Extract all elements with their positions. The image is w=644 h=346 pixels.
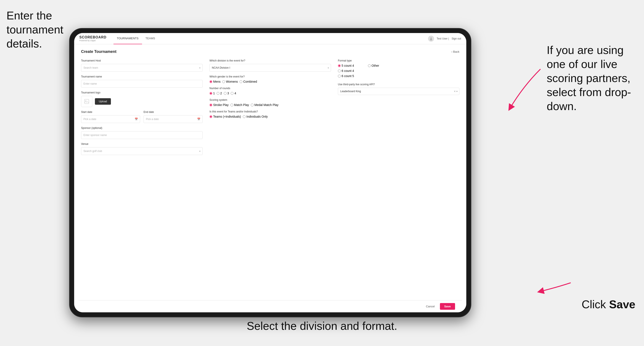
tournament-host-wrapper: ▾: [81, 64, 202, 72]
search-team-input[interactable]: [81, 64, 202, 72]
event-individuals[interactable]: Individuals Only: [243, 115, 268, 118]
venue-input[interactable]: [81, 147, 202, 155]
event-teams-radio[interactable]: [210, 115, 212, 118]
format-5count4[interactable]: 5 count 4: [338, 64, 354, 67]
sponsor-label: Sponsor (optional): [81, 127, 202, 130]
svg-point-8: [86, 100, 86, 101]
scoring-stroke[interactable]: Stroke Play: [210, 103, 229, 107]
rounds-4-radio[interactable]: [231, 92, 234, 95]
sponsor-group: Sponsor (optional): [81, 127, 202, 139]
gender-combined-radio[interactable]: [240, 80, 242, 83]
format-row-1: 5 count 4 Other: [338, 64, 460, 67]
format-section: 5 count 4 Other: [338, 64, 460, 78]
tournament-name-input[interactable]: [81, 80, 202, 88]
event-individuals-radio[interactable]: [243, 115, 246, 118]
form-title: Create Tournament: [81, 49, 116, 54]
event-for-group: Is this event for Teams and/or Individua…: [210, 110, 331, 118]
nav-tournaments[interactable]: TOURNAMENTS: [114, 33, 142, 44]
rounds-3[interactable]: 3: [224, 92, 229, 95]
live-scoring-input[interactable]: [338, 88, 460, 95]
gender-womens-label: Womens: [226, 80, 238, 83]
venue-wrapper: ▾: [81, 147, 202, 155]
app: SCOREBOARD Powered by Clippit TOURNAMENT…: [74, 33, 466, 312]
start-date-wrapper: 📅: [81, 115, 140, 123]
gender-combined[interactable]: Combined: [240, 80, 257, 83]
scoring-label: Scoring system: [210, 98, 331, 101]
rounds-4-label: 4: [234, 92, 236, 95]
format-6count4-radio[interactable]: [338, 69, 341, 72]
format-type-group: Format type 5 count 4: [338, 59, 460, 78]
format-6count5[interactable]: 6 count 5: [338, 74, 354, 78]
division-group: Which division is the event for? NCAA Di…: [210, 59, 331, 72]
venue-group: Venue ▾: [81, 143, 202, 155]
division-label: Which division is the event for?: [210, 59, 331, 62]
annotation-top-right: If you are using one of our live scoring…: [547, 43, 638, 113]
scoring-stroke-radio[interactable]: [210, 104, 212, 106]
gender-womens[interactable]: Womens: [222, 80, 238, 83]
division-select[interactable]: NCAA Division I: [210, 64, 331, 72]
rounds-radio-row: 1 2 3: [210, 92, 331, 95]
format-5count4-radio[interactable]: [338, 64, 341, 67]
form-footer: Cancel Save: [78, 300, 462, 312]
navbar-right: Test User | Sign out: [428, 36, 461, 42]
sponsor-input[interactable]: [81, 131, 202, 139]
gender-mens-radio[interactable]: [210, 80, 212, 83]
brand-sub: Powered by Clippit: [79, 39, 106, 42]
event-teams[interactable]: Teams (+Individuals): [210, 115, 241, 118]
save-button[interactable]: Save: [440, 303, 455, 310]
form-column-left: Tournament Host ▾ Tournament name: [81, 59, 202, 155]
start-date-group: Start date 📅: [81, 111, 140, 123]
format-other-label: Other: [372, 64, 379, 67]
scoring-match[interactable]: Match Play: [230, 103, 249, 107]
rounds-1[interactable]: 1: [210, 92, 215, 95]
date-row: Start date 📅 End date: [81, 111, 202, 123]
rounds-2-radio[interactable]: [216, 92, 220, 95]
tournament-logo-label: Tournament logo: [81, 91, 202, 94]
rounds-1-radio[interactable]: [210, 92, 212, 95]
format-other[interactable]: Other: [368, 64, 379, 67]
click-save-prefix: Click: [582, 298, 609, 311]
back-link[interactable]: ‹ Back: [452, 50, 460, 53]
format-other-radio[interactable]: [368, 64, 371, 67]
event-for-label: Is this event for Teams and/or Individua…: [210, 110, 331, 113]
start-date-label: Start date: [81, 111, 140, 114]
gender-combined-label: Combined: [243, 80, 257, 83]
live-scoring-clear-btn[interactable]: ✕ ▾: [454, 90, 458, 93]
gender-womens-radio[interactable]: [222, 80, 225, 83]
gender-radio-row: Mens Womens Combined: [210, 80, 331, 83]
tournament-name-group: Tournament name: [81, 75, 202, 88]
end-date-wrapper: 📅: [144, 115, 202, 123]
nav-teams[interactable]: TEAMS: [142, 33, 159, 44]
end-date-input[interactable]: [144, 115, 202, 123]
format-type-label: Format type: [338, 59, 460, 62]
gender-mens[interactable]: Mens: [210, 80, 220, 83]
navbar-brand: SCOREBOARD Powered by Clippit: [79, 36, 106, 42]
end-date-group: End date 📅: [144, 111, 202, 123]
format-row-3: 6 count 5: [338, 74, 460, 78]
scoring-match-radio[interactable]: [230, 104, 233, 106]
rounds-2[interactable]: 2: [216, 92, 222, 95]
end-date-label: End date: [144, 111, 202, 114]
svg-point-6: [430, 39, 432, 40]
scoring-medal-match-label: Medal Match Play: [254, 103, 278, 107]
tournament-name-label: Tournament name: [81, 75, 202, 78]
form-page: Create Tournament ‹ Back Tournament Host: [74, 44, 466, 160]
rounds-3-radio[interactable]: [224, 92, 226, 95]
signout-link[interactable]: Sign out: [452, 37, 461, 40]
user-label: Test User |: [437, 37, 449, 40]
click-save-bold: Save: [609, 298, 635, 311]
rounds-label: Number of rounds: [210, 87, 331, 90]
rounds-2-label: 2: [220, 92, 222, 95]
format-6count5-radio[interactable]: [338, 75, 341, 77]
cancel-button[interactable]: Cancel: [423, 303, 437, 310]
start-date-input[interactable]: [81, 115, 140, 123]
format-6count4[interactable]: 6 count 4: [338, 69, 354, 73]
live-scoring-input-wrap: ✕ ▾: [338, 88, 460, 95]
scoring-medal-match[interactable]: Medal Match Play: [251, 103, 278, 107]
upload-button[interactable]: Upload: [95, 98, 111, 105]
form-columns: Tournament Host ▾ Tournament name: [81, 59, 460, 155]
rounds-4[interactable]: 4: [231, 92, 236, 95]
scoring-medal-match-radio[interactable]: [251, 104, 254, 106]
form-column-middle: Which division is the event for? NCAA Di…: [210, 59, 331, 155]
annotation-bottom-center: Select the division and format.: [247, 319, 397, 333]
